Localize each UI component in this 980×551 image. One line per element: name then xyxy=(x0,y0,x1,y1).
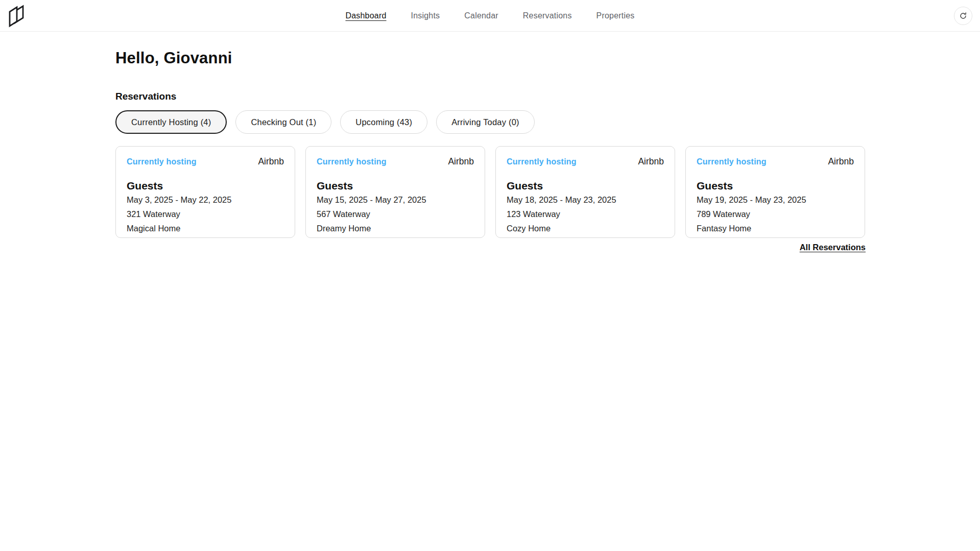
card-header: Currently hosting Airbnb xyxy=(507,156,664,167)
filter-currently-hosting[interactable]: Currently Hosting (4) xyxy=(115,110,227,134)
platform-label: Airbnb xyxy=(638,156,664,167)
reservation-card[interactable]: Currently hosting Airbnb Guests May 18, … xyxy=(495,146,675,238)
reservation-filters: Currently Hosting (4) Checking Out (1) U… xyxy=(115,110,866,134)
reservation-card[interactable]: Currently hosting Airbnb Guests May 15, … xyxy=(305,146,485,238)
filter-upcoming[interactable]: Upcoming (43) xyxy=(340,110,427,134)
nav-dashboard[interactable]: Dashboard xyxy=(345,11,386,20)
guest-name: Guests xyxy=(317,180,474,192)
guest-name: Guests xyxy=(127,180,284,192)
all-reservations-link[interactable]: All Reservations xyxy=(800,243,866,252)
nav-calendar[interactable]: Calendar xyxy=(464,11,498,20)
reservation-card[interactable]: Currently hosting Airbnb Guests May 3, 2… xyxy=(115,146,295,238)
property-address: 789 Waterway xyxy=(697,208,854,221)
nav-reservations[interactable]: Reservations xyxy=(523,11,572,20)
reservation-cards: Currently hosting Airbnb Guests May 3, 2… xyxy=(115,146,866,238)
property-name: Fantasy Home xyxy=(697,223,854,235)
hosting-status-badge: Currently hosting xyxy=(127,157,197,166)
refresh-button[interactable] xyxy=(954,7,972,25)
platform-label: Airbnb xyxy=(448,156,474,167)
card-header: Currently hosting Airbnb xyxy=(127,156,284,167)
property-address: 123 Waterway xyxy=(507,208,664,221)
filter-checking-out[interactable]: Checking Out (1) xyxy=(235,110,331,134)
reservation-dates: May 15, 2025 - May 27, 2025 xyxy=(317,194,474,206)
reservations-section-title: Reservations xyxy=(115,91,866,102)
property-name: Cozy Home xyxy=(507,223,664,235)
reservation-dates: May 18, 2025 - May 23, 2025 xyxy=(507,194,664,206)
card-header: Currently hosting Airbnb xyxy=(317,156,474,167)
nav-insights[interactable]: Insights xyxy=(411,11,440,20)
reservation-dates: May 19, 2025 - May 23, 2025 xyxy=(697,194,854,206)
reservation-card[interactable]: Currently hosting Airbnb Guests May 19, … xyxy=(685,146,865,238)
primary-nav: Dashboard Insights Calendar Reservations… xyxy=(345,11,634,20)
hosting-status-badge: Currently hosting xyxy=(697,157,767,166)
filter-arriving-today[interactable]: Arriving Today (0) xyxy=(436,110,535,134)
card-header: Currently hosting Airbnb xyxy=(697,156,854,167)
platform-label: Airbnb xyxy=(828,156,854,167)
reservation-dates: May 3, 2025 - May 22, 2025 xyxy=(127,194,284,206)
top-nav-bar: Dashboard Insights Calendar Reservations… xyxy=(0,0,980,32)
all-reservations-row: All Reservations xyxy=(115,243,866,252)
app-logo[interactable] xyxy=(7,4,28,28)
app-logo-icon xyxy=(7,4,28,28)
hosting-status-badge: Currently hosting xyxy=(317,157,387,166)
property-address: 567 Waterway xyxy=(317,208,474,221)
property-name: Magical Home xyxy=(127,223,284,235)
dashboard-content: Hello, Giovanni Reservations Currently H… xyxy=(115,49,866,252)
hosting-status-badge: Currently hosting xyxy=(507,157,577,166)
platform-label: Airbnb xyxy=(258,156,284,167)
guest-name: Guests xyxy=(697,180,854,192)
property-name: Dreamy Home xyxy=(317,223,474,235)
page-greeting: Hello, Giovanni xyxy=(115,49,866,67)
refresh-icon xyxy=(959,12,967,20)
property-address: 321 Waterway xyxy=(127,208,284,221)
nav-properties[interactable]: Properties xyxy=(596,11,635,20)
guest-name: Guests xyxy=(507,180,664,192)
